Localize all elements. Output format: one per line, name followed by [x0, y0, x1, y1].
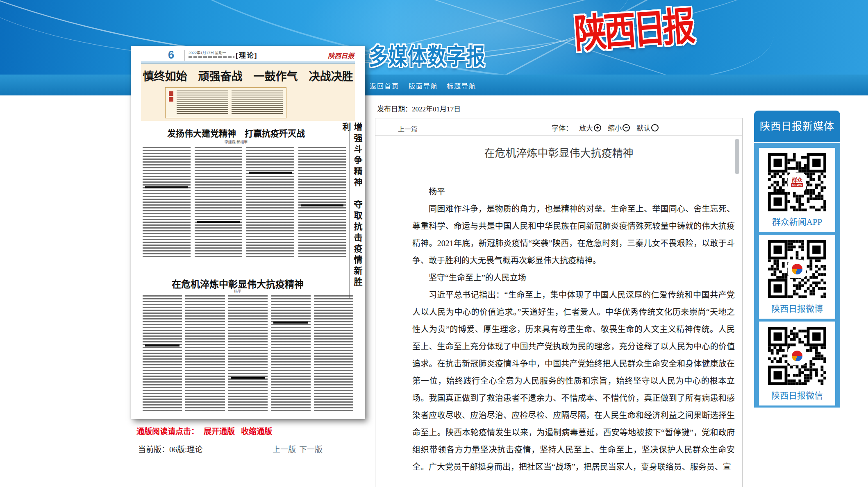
qr-card-wechat[interactable]: 陕西日报微信 — [759, 322, 835, 405]
simulated-subhead — [249, 172, 292, 174]
newspaper-page-number: 6 — [168, 49, 174, 61]
simulated-text-column — [143, 147, 191, 258]
newspaper-vertical-headline: 增强斗争精神 夺取抗击疫情新胜利 — [352, 122, 363, 299]
newspaper-top-headline: 慎终如始 顽强奋战 一鼓作气 决战决胜 — [142, 68, 354, 84]
font-zoom-in-button[interactable]: 放大 — [579, 122, 601, 133]
red-tag-icon — [169, 91, 173, 96]
swirl-icon — [792, 351, 802, 361]
collapse-spread-link[interactable]: 收缩通版 — [241, 425, 272, 436]
nav-bar: 返回首页 版面导航 标题导航 — [0, 75, 868, 95]
simulated-subhead — [197, 221, 240, 223]
qunzhong-news-logo-icon: 群众 NEWS — [789, 174, 805, 190]
simulated-subhead — [145, 186, 188, 188]
article-card: 上一篇 字体： 放大 缩小 默认 在危机淬炼中彰显伟大抗疫精神 杨平 同困难作斗… — [375, 118, 743, 487]
newspaper-page-image[interactable]: 6 2022年1月17日 星期一 [理论] 陕西日报 慎终如始 顽强奋战 一鼓作… — [131, 46, 365, 419]
newspaper-article-headline: 在危机淬炼中彰显伟大抗疫精神 — [154, 276, 322, 290]
font-label: 字体： — [552, 122, 573, 133]
newspaper-masthead: 陕西日报 — [328, 50, 354, 60]
header-divider — [184, 50, 185, 61]
newspaper-editors-simulated — [189, 56, 234, 58]
zoom-out-icon — [623, 124, 630, 131]
simulated-subhead — [273, 322, 308, 324]
shaanxi-daily-swirl-logo-icon — [789, 348, 805, 364]
qr-logo-text: 群众 — [792, 177, 802, 183]
newspaper-main-headline: 发扬伟大建党精神 打赢抗疫歼灭战 — [143, 127, 329, 139]
font-zoom-in-label: 放大 — [579, 122, 593, 133]
reset-circle-icon — [651, 124, 659, 131]
simulated-text-column — [246, 147, 294, 258]
newspaper-body-columns — [143, 147, 346, 258]
simulated-text-column — [185, 295, 225, 412]
qr-code-news-app: 群众 NEWS — [768, 153, 826, 211]
qr-logo-text: NEWS — [791, 183, 803, 187]
simulated-subhead — [145, 344, 180, 347]
font-reset-label: 默认 — [636, 122, 650, 133]
nav-title-navigation[interactable]: 标题导航 — [447, 81, 476, 91]
expand-spread-link[interactable]: 展开通版 — [204, 425, 235, 436]
article-paragraph: 习近平总书记指出：“生命至上，集中体现了中国人民深厚的仁爱传统和中国共产党人以人… — [412, 286, 735, 476]
article-paragraph: 同困难作斗争，是物质的角力，也是精神的对垒。生命至上、举国同心、舍生忘死、尊重科… — [412, 200, 735, 269]
next-page-link[interactable]: 下一版 — [299, 443, 323, 454]
qr-code-weibo — [768, 240, 826, 298]
red-tag-icon — [169, 97, 173, 102]
article-title: 在危机淬炼中彰显伟大抗疫精神 — [375, 145, 742, 160]
qr-label: 陕西日报微信 — [771, 389, 823, 401]
qr-label: 陕西日报微博 — [771, 302, 823, 314]
top-banner: 多媒体数字报 陕西日报 Shaanxi Daily 返回首页 版面导航 标题导航 — [0, 0, 868, 95]
newspaper-main-byline: 李建森 郝栩甲 — [143, 139, 329, 145]
prev-page-link[interactable]: 上一版 — [273, 443, 296, 454]
toolbar-divider — [375, 135, 742, 136]
prev-article-link[interactable]: 上一篇 — [398, 124, 418, 134]
qr-card-news-app[interactable]: 群众 NEWS 群众新闻APP — [759, 148, 835, 232]
publish-date: 发布日期：2022年01月17日 — [377, 103, 461, 113]
new-media-sidebar: 群众 NEWS 群众新闻APP 陕西日报微博 陕西日报微信 — [754, 143, 840, 408]
newspaper-summary-box — [165, 87, 286, 118]
font-controls: 字体： 放大 缩小 默认 — [552, 122, 659, 133]
simulated-text-column — [271, 295, 310, 412]
font-zoom-out-button[interactable]: 缩小 — [608, 122, 630, 133]
spread-read-tip: 通版阅读请点击： — [136, 425, 199, 436]
article-author: 杨平 — [412, 183, 735, 200]
page: 多媒体数字报 陕西日报 Shaanxi Daily 返回首页 版面导航 标题导航… — [0, 0, 868, 487]
simulated-text-column — [298, 147, 346, 258]
nav-home[interactable]: 返回首页 — [370, 81, 399, 91]
shaanxi-daily-logo: 陕西日报 — [572, 0, 694, 59]
swirl-icon — [792, 264, 802, 274]
simulated-text-column — [314, 295, 353, 412]
site-title: 多媒体数字报 — [369, 38, 486, 71]
summary-box-tags — [169, 91, 173, 115]
simulated-text — [177, 91, 228, 115]
nav-page-navigation[interactable]: 版面导航 — [409, 81, 438, 91]
simulated-text-column — [143, 295, 182, 412]
newspaper-section-label: [理论] — [236, 50, 257, 60]
newspaper-body-columns — [143, 295, 353, 412]
newspaper-article-byline: 杨平 — [154, 289, 322, 294]
qr-code-wechat — [768, 327, 826, 385]
shaanxi-daily-swirl-logo-icon — [789, 261, 805, 277]
sidebar-title: 陕西日报新媒体 — [754, 111, 840, 142]
font-reset-button[interactable]: 默认 — [636, 122, 659, 133]
qr-card-weibo[interactable]: 陕西日报微博 — [759, 235, 835, 319]
vertical-rule — [349, 124, 350, 298]
font-zoom-out-label: 缩小 — [608, 122, 622, 133]
article-subhead: 坚守“生命至上”的人民立场 — [412, 269, 735, 286]
article-body: 杨平 同困难作斗争，是物质的角力，也是精神的对垒。生命至上、举国同心、舍生忘死、… — [412, 183, 735, 476]
newspaper-date: 2022年1月17日 星期一 — [189, 50, 226, 55]
simulated-text-column — [228, 295, 268, 412]
simulated-text-column — [195, 147, 243, 258]
zoom-in-icon — [594, 124, 601, 131]
simulated-subhead — [301, 204, 344, 206]
qr-label: 群众新闻APP — [772, 215, 823, 227]
simulated-subhead — [231, 377, 265, 379]
simulated-text — [232, 91, 283, 115]
current-page-label: 当前版：06版:理论 — [138, 443, 202, 454]
